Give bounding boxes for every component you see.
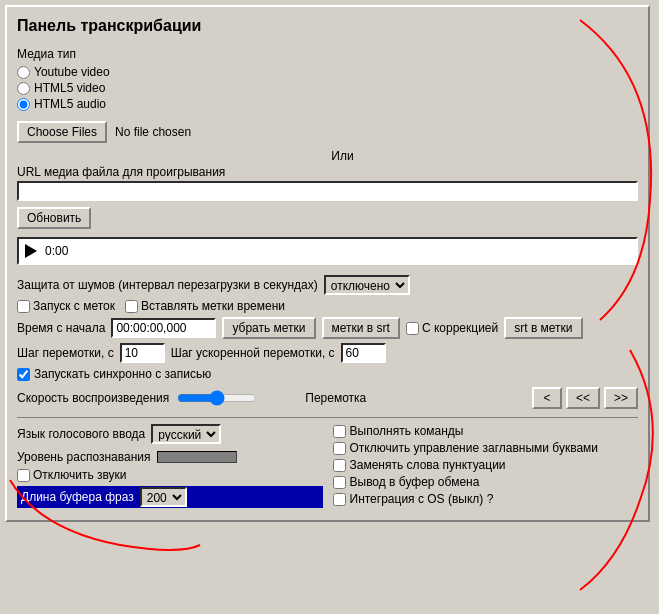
insert-marks-item: Вставлять метки времени <box>125 299 285 313</box>
or-label: Или <box>47 149 638 163</box>
noise-label: Защита от шумов (интервал перезагрузки в… <box>17 278 318 292</box>
os-integration-label: Интеграция с OS (выкл) ? <box>350 492 494 506</box>
sync-checkbox[interactable] <box>17 368 30 381</box>
speed-label: Скорость воспроизведения <box>17 391 169 405</box>
recognition-label: Уровень распознавания <box>17 450 151 464</box>
execute-commands-label: Выполнять команды <box>350 424 464 438</box>
divider <box>17 417 638 418</box>
media-type-group: Youtube video HTML5 video HTML5 audio <box>17 65 638 111</box>
choose-files-button[interactable]: Choose Files <box>17 121 107 143</box>
replace-words-checkbox[interactable] <box>333 459 346 472</box>
language-select[interactable]: русский english deutsch <box>151 424 221 444</box>
step-row: Шаг перемотки, с Шаг ускоренной перемотк… <box>17 343 638 363</box>
rewind-back-single-button[interactable]: < <box>532 387 562 409</box>
radio-html5video-label: HTML5 video <box>34 81 105 95</box>
rewind-label: Перемотка <box>305 391 366 405</box>
speed-row: Скорость воспроизведения Перемотка < << … <box>17 387 638 409</box>
rewind-forward-button[interactable]: >> <box>604 387 638 409</box>
player-bar: 0:00 <box>17 237 638 265</box>
output-clipboard-item: Вывод в буфер обмена <box>333 475 639 489</box>
marks-checkbox-row: Запуск с меток Вставлять метки времени <box>17 299 638 313</box>
window-title: Панель транскрибации <box>17 17 638 35</box>
radio-html5video[interactable] <box>17 82 30 95</box>
rewind-group: < << >> <box>532 387 638 409</box>
insert-marks-label: Вставлять метки времени <box>141 299 285 313</box>
sync-label: Запускать синхронно с записью <box>34 367 211 381</box>
rewind-back-double-button[interactable]: << <box>566 387 600 409</box>
radio-youtube-label: Youtube video <box>34 65 110 79</box>
fast-step-input[interactable] <box>341 343 386 363</box>
execute-commands-checkbox[interactable] <box>333 425 346 438</box>
radio-html5audio-label: HTML5 audio <box>34 97 106 111</box>
url-label: URL медиа файла для проигрывания <box>17 165 638 179</box>
file-row: Choose Files No file chosen <box>17 121 638 143</box>
radio-youtube[interactable] <box>17 66 30 79</box>
radio-row-youtube: Youtube video <box>17 65 638 79</box>
radio-row-html5audio: HTML5 audio <box>17 97 638 111</box>
play-button[interactable] <box>25 244 37 258</box>
disable-caps-checkbox[interactable] <box>333 442 346 455</box>
buffer-select[interactable]: 100 200 300 400 <box>140 487 187 507</box>
buffer-row: Длина буфера фраз 100 200 300 400 <box>17 486 323 508</box>
recognition-bar <box>157 451 237 463</box>
with-correction-checkbox[interactable] <box>406 322 419 335</box>
with-correction-item: С коррекцией <box>406 321 498 335</box>
execute-commands-item: Выполнять команды <box>333 424 639 438</box>
disable-sound-row: Отключить звуки <box>17 468 323 482</box>
time-input[interactable] <box>111 318 216 338</box>
language-label: Язык голосового ввода <box>17 427 145 441</box>
language-row: Язык голосового ввода русский english de… <box>17 424 323 444</box>
no-file-label: No file chosen <box>115 125 191 139</box>
radio-row-html5video: HTML5 video <box>17 81 638 95</box>
bottom-right-panel: Выполнять команды Отключить управление з… <box>333 424 639 510</box>
bottom-left-panel: Язык голосового ввода русский english de… <box>17 424 323 510</box>
time-row: Время с начала убрать метки метки в srt … <box>17 317 638 339</box>
step-label: Шаг перемотки, с <box>17 346 114 360</box>
marks-to-srt-button[interactable]: метки в srt <box>322 317 400 339</box>
start-marks-checkbox[interactable] <box>17 300 30 313</box>
disable-sound-checkbox[interactable] <box>17 469 30 482</box>
speed-slider[interactable] <box>177 390 257 406</box>
fast-step-label: Шаг ускоренной перемотки, с <box>171 346 335 360</box>
radio-html5audio[interactable] <box>17 98 30 111</box>
insert-marks-checkbox[interactable] <box>125 300 138 313</box>
os-integration-checkbox[interactable] <box>333 493 346 506</box>
replace-words-label: Заменять слова пунктуации <box>350 458 506 472</box>
noise-row: Защита от шумов (интервал перезагрузки в… <box>17 275 638 295</box>
remove-marks-button[interactable]: убрать метки <box>222 317 315 339</box>
recognition-row: Уровень распознавания <box>17 450 323 464</box>
player-time: 0:00 <box>45 244 68 258</box>
right-checkboxes: Выполнять команды Отключить управление з… <box>333 424 639 506</box>
start-marks-item: Запуск с меток <box>17 299 115 313</box>
srt-to-marks-button[interactable]: srt в метки <box>504 317 582 339</box>
disable-sound-label: Отключить звуки <box>33 468 127 482</box>
url-input[interactable] <box>17 181 638 201</box>
media-type-label: Медиа тип <box>17 47 638 61</box>
time-label: Время с начала <box>17 321 105 335</box>
bottom-section: Язык голосового ввода русский english de… <box>17 424 638 510</box>
disable-caps-item: Отключить управление заглавными буквами <box>333 441 639 455</box>
output-clipboard-checkbox[interactable] <box>333 476 346 489</box>
sync-row: Запускать синхронно с записью <box>17 367 638 381</box>
output-clipboard-label: Вывод в буфер обмена <box>350 475 480 489</box>
buffer-label: Длина буфера фраз <box>21 490 134 504</box>
step-input[interactable] <box>120 343 165 363</box>
disable-caps-label: Отключить управление заглавными буквами <box>350 441 599 455</box>
os-integration-item: Интеграция с OS (выкл) ? <box>333 492 639 506</box>
with-correction-label: С коррекцией <box>422 321 498 335</box>
noise-select[interactable]: отключено 5 10 30 60 <box>324 275 410 295</box>
replace-words-item: Заменять слова пунктуации <box>333 458 639 472</box>
refresh-button[interactable]: Обновить <box>17 207 91 229</box>
main-window: Панель транскрибации Медиа тип Youtube v… <box>5 5 650 522</box>
start-marks-label: Запуск с меток <box>33 299 115 313</box>
